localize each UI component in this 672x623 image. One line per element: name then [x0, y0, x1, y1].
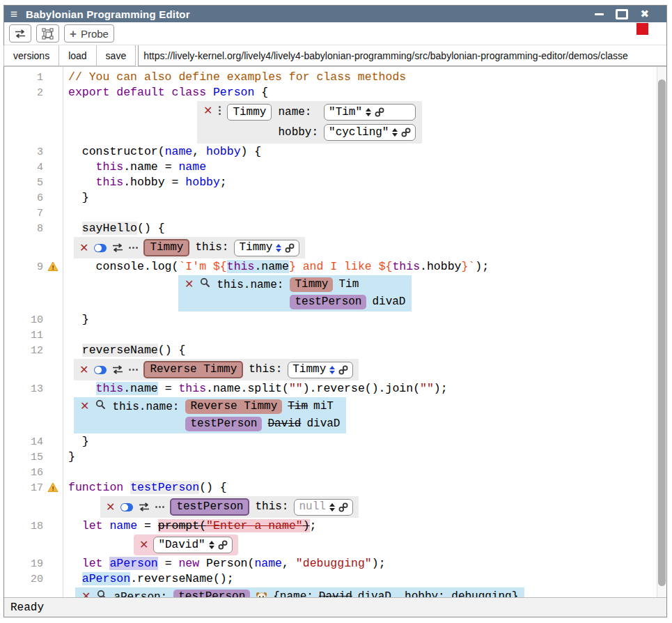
replacement-value-box[interactable]: "David"	[153, 537, 232, 553]
example-badge[interactable]: Timmy	[143, 239, 189, 256]
param-value-box[interactable]: "cycling"	[324, 124, 416, 141]
example-badge[interactable]: testPerson	[290, 295, 366, 309]
delete-replacement-button[interactable]: ✕	[139, 538, 148, 552]
code-line[interactable]: reverseName() {	[63, 343, 185, 357]
stepper-up-icon[interactable]	[209, 541, 214, 544]
code-line[interactable]: export default class Person {	[63, 85, 268, 100]
value-stepper[interactable]	[392, 128, 398, 137]
value-stepper[interactable]	[329, 503, 335, 512]
code-token: let	[82, 519, 103, 532]
versions-button[interactable]: versions	[3, 45, 59, 66]
code-line[interactable]: aPerson.reverseName();	[63, 571, 234, 586]
maximize-button[interactable]	[616, 9, 628, 20]
example-badge[interactable]: testPerson	[173, 590, 250, 597]
value-stepper[interactable]	[276, 244, 281, 252]
activate-toggle-button[interactable]	[120, 503, 133, 512]
stepper-down-icon[interactable]	[209, 546, 214, 549]
line-number: 10	[4, 312, 43, 328]
add-probe-button[interactable]: + Probe	[64, 24, 114, 43]
load-button[interactable]: load	[58, 45, 96, 66]
swap-icon-button[interactable]	[139, 502, 150, 512]
example-badge[interactable]: Reverse Timmy	[185, 399, 282, 414]
value-stepper[interactable]	[366, 108, 371, 116]
link-connect-button[interactable]	[375, 107, 384, 117]
stepper-down-icon[interactable]	[329, 371, 335, 374]
code-token: testPerson	[130, 481, 199, 494]
code-line[interactable]: }	[63, 190, 89, 205]
select-target-button[interactable]	[36, 24, 59, 43]
link-connect-button[interactable]	[218, 540, 228, 550]
code-line[interactable]: sayHello() {	[63, 221, 165, 236]
stepper-up-icon[interactable]	[366, 108, 371, 111]
delete-probe-button[interactable]: ✕	[185, 277, 194, 291]
value-stepper[interactable]	[209, 541, 214, 549]
stepper-down-icon[interactable]	[392, 133, 398, 137]
link-connect-button[interactable]	[338, 502, 348, 512]
stepper-up-icon[interactable]	[276, 244, 281, 247]
delete-probe-button[interactable]: ✕	[81, 590, 91, 597]
code-line[interactable]: }	[63, 449, 75, 464]
this-value-box[interactable]: Timmy	[288, 362, 353, 378]
code-token: reverseName	[82, 344, 158, 357]
code-line[interactable]: }	[63, 312, 89, 327]
activate-toggle-button[interactable]	[94, 366, 107, 374]
delete-instance-button[interactable]: ✕	[79, 363, 88, 377]
example-badge[interactable]: Timmy	[290, 277, 333, 292]
stepper-down-icon[interactable]	[276, 249, 281, 252]
code-line[interactable]: let aPerson = new Person(name, "debuggin…	[63, 556, 386, 571]
swap-connections-button[interactable]	[9, 24, 31, 43]
code-line[interactable]: function testPerson() {	[63, 480, 227, 495]
swap-icon-button[interactable]	[112, 365, 123, 374]
link-connect-button[interactable]	[338, 365, 348, 375]
code-token: name	[178, 160, 206, 174]
stepper-down-icon[interactable]	[366, 113, 371, 116]
delete-probe-button[interactable]: ✕	[80, 399, 89, 413]
minimize-button[interactable]	[595, 13, 604, 15]
close-button[interactable]: ✖	[640, 9, 649, 20]
code-line[interactable]: this.hobby = hobby;	[63, 175, 227, 190]
code-line[interactable]: let name = prompt("Enter a name");	[63, 518, 317, 533]
code-line[interactable]: console.log(`I'm ${this.name} and I like…	[63, 259, 489, 274]
delete-instance-button[interactable]: ✕	[106, 500, 115, 514]
param-value-box[interactable]: "Tim"	[324, 104, 416, 121]
code-token: .hobby	[420, 260, 461, 273]
code-token: Person	[213, 86, 254, 99]
swap-icon-button[interactable]	[112, 243, 123, 252]
code-line[interactable]: // You can also define examples for clas…	[63, 70, 406, 84]
more-options-button[interactable]	[129, 247, 138, 249]
this-value-box[interactable]: null	[294, 499, 352, 516]
code-line[interactable]: this.name = this.name.split("").reverse(…	[63, 381, 448, 396]
code-token: =	[158, 382, 179, 395]
example-badge[interactable]: testPerson	[170, 498, 249, 516]
code-line[interactable]: constructor(name, hobby) {	[63, 144, 261, 159]
example-badge[interactable]: testPerson	[185, 417, 262, 431]
more-options-button[interactable]	[155, 506, 164, 508]
stepper-down-icon[interactable]	[329, 508, 335, 512]
drag-handle-icon[interactable]	[219, 104, 221, 115]
stepper-up-icon[interactable]	[329, 366, 335, 369]
magnifier-icon	[200, 277, 210, 288]
more-options-button[interactable]	[129, 369, 138, 371]
link-connect-button[interactable]	[401, 128, 411, 137]
code-line[interactable]: this.name = name	[63, 160, 206, 174]
vertical-scrollbar[interactable]	[657, 67, 666, 597]
code-token: .reverseName();	[130, 572, 234, 585]
activate-toggle-button[interactable]	[94, 244, 107, 252]
save-button[interactable]: save	[96, 45, 136, 66]
code-editor[interactable]: 1// You can also define examples for cla…	[4, 67, 666, 597]
delete-instance-button[interactable]: ✕	[79, 241, 88, 255]
delete-example-button[interactable]: ✕	[203, 104, 212, 118]
file-navbar: versions load save https://lively-kernel…	[4, 45, 666, 67]
this-value-box[interactable]: Timmy	[234, 240, 299, 256]
value-stepper[interactable]	[329, 366, 335, 374]
example-name-box[interactable]: Timmy	[227, 104, 272, 121]
url-field[interactable]: https://lively-kernel.org/lively4/lively…	[138, 45, 666, 66]
stepper-up-icon[interactable]	[329, 503, 335, 507]
code-line-row: 11	[4, 328, 666, 343]
link-connect-button[interactable]	[285, 243, 295, 253]
stepper-up-icon[interactable]	[392, 128, 398, 132]
example-badge[interactable]: Reverse Timmy	[143, 361, 243, 378]
code-line[interactable]: }	[63, 434, 89, 449]
scrollbar-thumb[interactable]	[658, 79, 666, 586]
hamburger-menu-icon[interactable]: ≡	[10, 8, 17, 20]
